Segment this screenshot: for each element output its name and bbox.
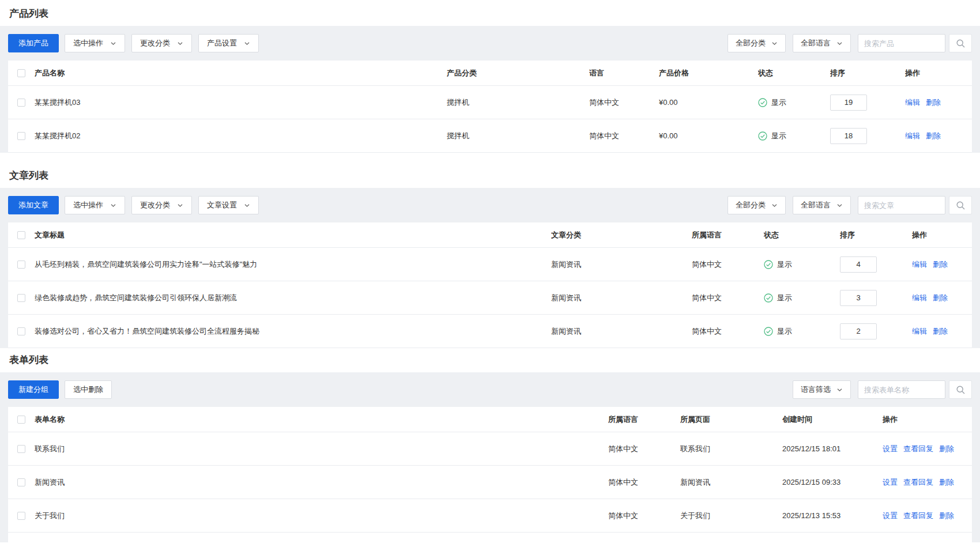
view-replies-link[interactable]: 查看回复 — [903, 478, 933, 486]
edit-link[interactable]: 编辑 — [905, 131, 920, 140]
article-language: 简体中文 — [692, 259, 764, 270]
language-filter-dropdown[interactable]: 全部语言 — [793, 34, 851, 52]
product-language: 简体中文 — [589, 97, 659, 108]
article-search-button[interactable] — [949, 196, 972, 214]
chevron-down-icon — [177, 202, 183, 209]
row-checkbox[interactable] — [17, 512, 25, 520]
settings-link[interactable]: 设置 — [883, 478, 898, 486]
chevron-down-icon — [244, 202, 250, 209]
category-filter-dropdown[interactable]: 全部分类 — [728, 34, 786, 52]
selected-actions-dropdown[interactable]: 选中操作 — [65, 34, 125, 52]
sort-input[interactable] — [830, 128, 867, 144]
page-title-products: 产品列表 — [0, 0, 980, 26]
language-filter-dropdown[interactable]: 全部语言 — [793, 196, 851, 214]
forms-section: 表单列表 新建分组 选中删除 语言筛选 表单名称 所属语言 所属页面 创建时间 … — [0, 348, 980, 542]
products-panel: 添加产品 选中操作 更改分类 产品设置 全部分类 全部语言 — [0, 26, 980, 153]
form-search-button[interactable] — [949, 380, 972, 399]
add-article-button[interactable]: 添加文章 — [8, 196, 59, 214]
change-category-dropdown[interactable]: 更改分类 — [131, 196, 192, 214]
row-checkbox[interactable] — [17, 478, 25, 486]
chevron-down-icon — [244, 40, 250, 47]
product-name: 某某搅拌机03 — [35, 97, 447, 108]
delete-link[interactable]: 删除 — [939, 444, 954, 453]
search-icon — [956, 385, 966, 395]
forms-table-header: 表单名称 所属语言 所属页面 创建时间 操作 — [8, 407, 972, 432]
article-language: 简体中文 — [692, 326, 764, 337]
row-checkbox[interactable] — [17, 294, 25, 302]
product-search-button[interactable] — [949, 34, 972, 52]
form-created-time: 2025/12/15 18:01 — [782, 444, 883, 453]
table-row: 联系我们 简体中文 联系我们 2025/12/15 18:01 设置查看回复删除 — [8, 432, 972, 466]
chevron-down-icon — [836, 202, 843, 209]
category-filter-dropdown[interactable]: 全部分类 — [728, 196, 786, 214]
sort-input[interactable] — [840, 256, 877, 273]
check-circle-icon — [764, 260, 773, 269]
article-category: 新闻资讯 — [551, 326, 692, 337]
table-row: 从毛坯到精装，鼎筑空间建筑装修公司用实力诠释"一站式装修"魅力 新闻资讯 简体中… — [8, 248, 972, 281]
page-title-forms: 表单列表 — [0, 348, 980, 372]
selected-actions-dropdown[interactable]: 选中操作 — [65, 196, 125, 214]
chevron-down-icon — [836, 387, 843, 393]
add-product-button[interactable]: 添加产品 — [8, 34, 59, 52]
table-row: 关于我们 简体中文 关于我们 2025/12/13 15:53 设置查看回复删除 — [8, 499, 972, 533]
sort-input[interactable] — [830, 95, 867, 111]
sort-input[interactable] — [840, 290, 877, 306]
delete-link[interactable]: 删除 — [939, 511, 954, 520]
change-category-dropdown[interactable]: 更改分类 — [131, 34, 192, 52]
products-section: 产品列表 添加产品 选中操作 更改分类 产品设置 全部分类 全部语言 — [0, 0, 980, 153]
product-category: 搅拌机 — [447, 97, 589, 108]
forms-table: 表单名称 所属语言 所属页面 创建时间 操作 联系我们 简体中文 联系我们 20… — [8, 407, 972, 542]
delete-link[interactable]: 删除 — [933, 327, 948, 335]
articles-table: 文章标题 文章分类 所属语言 状态 排序 操作 从毛坯到精装，鼎筑空间建筑装修公… — [8, 222, 972, 348]
row-checkbox[interactable] — [17, 327, 25, 335]
form-created-time: 2025/12/13 15:53 — [782, 511, 883, 520]
settings-link[interactable]: 设置 — [883, 511, 898, 520]
check-circle-icon — [764, 293, 773, 303]
status-badge: 显示 — [758, 97, 824, 108]
edit-link[interactable]: 编辑 — [912, 260, 927, 269]
product-settings-dropdown[interactable]: 产品设置 — [198, 34, 259, 52]
table-row: 新闻资讯 简体中文 新闻资讯 2025/12/15 09:33 设置查看回复删除 — [8, 466, 972, 499]
table-row: 某某搅拌机03 搅拌机 简体中文 ¥0.00 显示 编辑删除 — [8, 86, 972, 119]
select-all-checkbox[interactable] — [17, 231, 25, 239]
delete-selected-button[interactable]: 选中删除 — [65, 380, 112, 399]
edit-link[interactable]: 编辑 — [912, 293, 927, 302]
check-circle-icon — [764, 327, 773, 336]
select-all-checkbox[interactable] — [17, 69, 25, 77]
form-search-input[interactable] — [858, 380, 945, 399]
articles-panel: 添加文章 选中操作 更改分类 文章设置 全部分类 全部语言 — [0, 188, 980, 348]
settings-link[interactable]: 设置 — [883, 444, 898, 453]
delete-link[interactable]: 删除 — [939, 478, 954, 486]
search-icon — [956, 201, 966, 210]
article-category: 新闻资讯 — [551, 259, 692, 270]
new-group-button[interactable]: 新建分组 — [8, 380, 59, 399]
article-search-input[interactable] — [858, 196, 945, 214]
chevron-down-icon — [177, 40, 183, 47]
form-page: 关于我们 — [680, 511, 782, 521]
delete-link[interactable]: 删除 — [933, 260, 948, 269]
row-checkbox[interactable] — [17, 261, 25, 269]
view-replies-link[interactable]: 查看回复 — [903, 511, 933, 520]
article-settings-dropdown[interactable]: 文章设置 — [198, 196, 259, 214]
form-page: 联系我们 — [680, 444, 782, 454]
delete-link[interactable]: 删除 — [926, 98, 941, 107]
table-row: 装修选对公司，省心又省力！鼎筑空间建筑装修公司全流程服务揭秘 新闻资讯 简体中文… — [8, 315, 972, 348]
status-badge: 显示 — [758, 131, 824, 141]
chevron-down-icon — [771, 40, 778, 47]
product-category: 搅拌机 — [447, 131, 589, 141]
delete-link[interactable]: 删除 — [933, 293, 948, 302]
article-title: 从毛坯到精装，鼎筑空间建筑装修公司用实力诠释"一站式装修"魅力 — [35, 259, 551, 270]
delete-link[interactable]: 删除 — [926, 131, 941, 140]
row-checkbox[interactable] — [17, 99, 25, 107]
view-replies-link[interactable]: 查看回复 — [903, 444, 933, 453]
row-checkbox[interactable] — [17, 445, 25, 453]
products-table-header: 产品名称 产品分类 语言 产品价格 状态 排序 操作 — [8, 61, 972, 86]
sort-input[interactable] — [840, 323, 877, 339]
edit-link[interactable]: 编辑 — [912, 327, 927, 335]
table-row: 绿色装修成趋势，鼎筑空间建筑装修公司引领环保人居新潮流 新闻资讯 简体中文 显示… — [8, 281, 972, 315]
select-all-checkbox[interactable] — [17, 416, 25, 424]
language-filter-dropdown[interactable]: 语言筛选 — [793, 380, 851, 399]
edit-link[interactable]: 编辑 — [905, 98, 920, 107]
row-checkbox[interactable] — [17, 132, 25, 140]
product-search-input[interactable] — [858, 34, 945, 52]
